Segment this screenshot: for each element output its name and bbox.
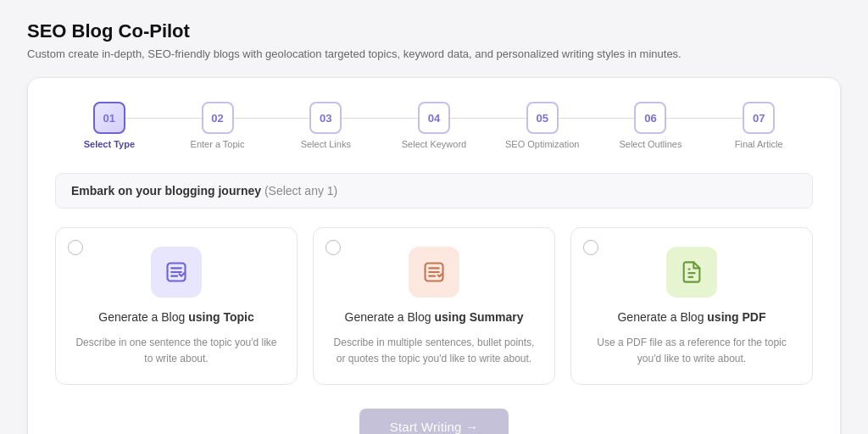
cards-row: Generate a Blog using TopicDescribe in o… (55, 227, 813, 385)
card-title-topic: Generate a Blog using Topic (98, 309, 253, 326)
step-label-01: Select Type (84, 139, 135, 149)
step-item-03[interactable]: 03Select Links (271, 102, 380, 149)
stepper: 01Select Type02Enter a Topic03Select Lin… (55, 102, 813, 149)
step-item-04[interactable]: 04Select Keyword (380, 102, 488, 149)
step-label-05: SEO Optimization (505, 139, 579, 149)
option-card-pdf[interactable]: Generate a Blog using PDFUse a PDF file … (570, 227, 813, 385)
step-label-07: Final Article (735, 139, 783, 149)
step-circle-06: 06 (634, 102, 666, 134)
app-title: SEO Blog Co-Pilot (27, 20, 841, 42)
step-circle-05: 05 (526, 102, 559, 134)
step-label-03: Select Links (301, 139, 351, 149)
icon-box-summary (409, 247, 459, 298)
step-label-02: Enter a Topic (191, 139, 245, 149)
card-title-pdf: Generate a Blog using PDF (617, 309, 765, 326)
card-title-summary: Generate a Blog using Summary (345, 309, 524, 326)
radio-summary[interactable] (326, 240, 341, 255)
btn-row: Start Writing → (55, 409, 813, 434)
step-circle-02: 02 (202, 102, 234, 134)
step-label-06: Select Outlines (619, 139, 682, 149)
icon-box-topic (151, 247, 202, 298)
step-circle-04: 04 (418, 102, 450, 134)
card-desc-pdf: Use a PDF file as a reference for the to… (588, 335, 795, 367)
journey-hint: (Select any 1) (264, 184, 337, 198)
step-item-05[interactable]: 05SEO Optimization (488, 102, 597, 149)
step-item-06[interactable]: 06Select Outlines (597, 102, 705, 149)
app-subtitle: Custom create in-depth, SEO-friendly blo… (27, 47, 841, 60)
main-card: 01Select Type02Enter a Topic03Select Lin… (27, 77, 841, 434)
step-circle-03: 03 (309, 102, 342, 134)
icon-box-pdf (666, 247, 717, 298)
step-item-02[interactable]: 02Enter a Topic (164, 102, 272, 149)
page-wrapper: SEO Blog Co-Pilot Custom create in-depth… (27, 20, 841, 434)
step-circle-01: 01 (93, 102, 125, 134)
option-card-summary[interactable]: Generate a Blog using SummaryDescribe in… (313, 227, 555, 385)
option-card-topic[interactable]: Generate a Blog using TopicDescribe in o… (55, 227, 298, 385)
start-writing-button[interactable]: Start Writing → (359, 409, 509, 434)
card-desc-topic: Describe in one sentence the topic you'd… (73, 335, 280, 367)
step-item-07[interactable]: 07Final Article (704, 102, 813, 149)
step-label-04: Select Keyword (402, 139, 466, 149)
radio-topic[interactable] (68, 240, 83, 255)
radio-pdf[interactable] (583, 240, 598, 255)
step-circle-07: 07 (743, 102, 775, 134)
journey-heading: Embark on your blogging journey (71, 184, 261, 198)
card-desc-summary: Describe in multiple sentences, bullet p… (331, 335, 537, 367)
step-item-01[interactable]: 01Select Type (55, 102, 164, 149)
journey-header: Embark on your blogging journey (Select … (55, 173, 813, 209)
